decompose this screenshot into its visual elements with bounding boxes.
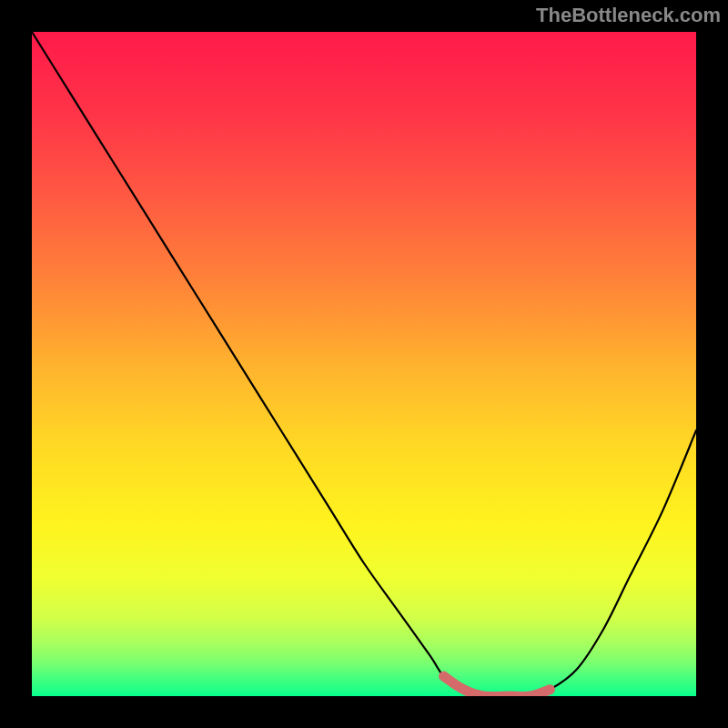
curve-layer — [32, 32, 696, 696]
optimal-zone-highlight — [444, 676, 551, 696]
chart-container: TheBottleneck.com — [0, 0, 728, 728]
bottleneck-curve — [32, 32, 696, 696]
watermark-text: TheBottleneck.com — [536, 4, 721, 27]
plot-area — [32, 32, 696, 696]
